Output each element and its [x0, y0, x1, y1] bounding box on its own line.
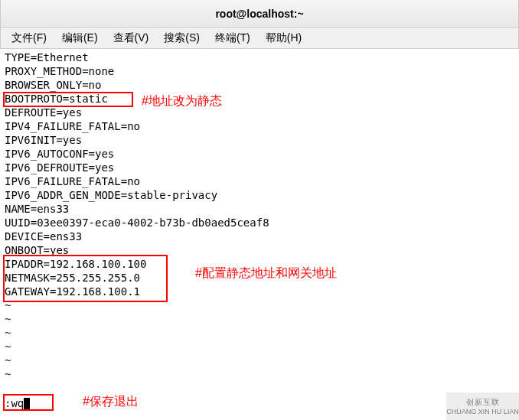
config-line: DEFROUTE=yes [5, 106, 514, 119]
config-line: IPV6_ADDR_GEN_MODE=stable-privacy [5, 188, 514, 202]
menu-file[interactable]: 文件(F) [4, 29, 54, 47]
config-line: IPV6INIT=yes [5, 133, 514, 147]
terminal-area[interactable]: TYPE=Ethernet PROXY_METHOD=none BROWSER_… [0, 49, 519, 383]
window-titlebar: root@localhost:~ [0, 0, 519, 28]
annotation-ip-config: #配置静态地址和网关地址 [195, 265, 337, 282]
config-line: IPV6_AUTOCONF=yes [5, 147, 514, 161]
config-line: NAME=ens33 [5, 202, 514, 216]
menu-edit[interactable]: 编辑(E) [54, 29, 106, 47]
watermark: 创新互联 CHUANG XIN HU LIAN [446, 392, 519, 420]
menu-view[interactable]: 查看(V) [106, 29, 157, 47]
config-line: IPV6_DEFROUTE=yes [5, 161, 514, 174]
menu-terminal[interactable]: 终端(T) [207, 29, 258, 47]
vim-tilde: ~ [5, 340, 514, 353]
vim-tilde: ~ [5, 312, 514, 326]
menu-help[interactable]: 帮助(H) [258, 29, 309, 47]
config-line: TYPE=Ethernet [5, 50, 514, 64]
annotation-save-exit: #保存退出 [83, 394, 139, 410]
menu-bar: 文件(F) 编辑(E) 查看(V) 搜索(S) 终端(T) 帮助(H) [0, 28, 519, 49]
config-line: BOOTPROTO=static [5, 92, 514, 106]
config-line: DEVICE=ens33 [5, 230, 514, 243]
vim-command-text: :wq [5, 397, 24, 409]
watermark-brand: 创新互联 [466, 397, 500, 408]
menu-search[interactable]: 搜索(S) [156, 29, 207, 47]
vim-tilde: ~ [5, 298, 514, 312]
vim-tilde: ~ [5, 326, 514, 340]
cursor-icon [24, 398, 30, 409]
vim-tilde: ~ [5, 353, 514, 367]
config-line: IPV4_FAILURE_FATAL=no [5, 119, 514, 133]
window-title: root@localhost:~ [215, 8, 303, 20]
vim-tilde: ~ [5, 367, 514, 381]
config-line: ONBOOT=yes [5, 243, 514, 257]
config-line: IPV6_FAILURE_FATAL=no [5, 174, 514, 188]
watermark-sub: CHUANG XIN HU LIAN [446, 408, 519, 415]
config-line: BROWSER_ONLY=no [5, 78, 514, 92]
config-line: PROXY_METHOD=none [5, 64, 514, 78]
config-line: UUID=03ee0397-eca0-4002-b73b-db0aed5ceaf… [5, 216, 514, 230]
vim-command-line[interactable]: :wq [5, 397, 30, 410]
config-line: GATEWAY=192.168.100.1 [5, 285, 514, 298]
annotation-static-addr: #地址改为静态 [142, 93, 222, 109]
